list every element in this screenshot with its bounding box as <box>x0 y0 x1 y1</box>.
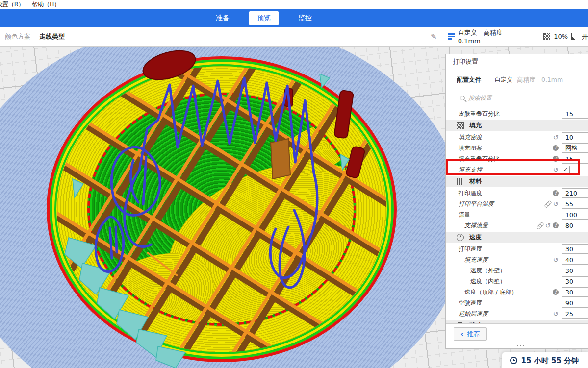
setting-label: 填充速度 <box>446 256 536 264</box>
color-scheme-label[interactable]: 颜色方案 <box>5 32 30 41</box>
setting-select[interactable]: 网格 <box>562 143 588 153</box>
setting-value-field[interactable]: 55 <box>562 199 588 209</box>
profile-summary-text: 自定义 - 高精度 - 0.1mm <box>458 28 525 45</box>
setting-value-field[interactable]: 25 <box>562 309 588 319</box>
info-icon: f <box>553 222 559 228</box>
print-settings-panel: 打印设置 配置文件 自定义 - 高精度 - 0.1mm 搜索设置 皮肤重叠百分比… <box>445 54 588 349</box>
search-placeholder: 搜索设置 <box>468 94 492 102</box>
setting-label: 打印速度 <box>446 245 536 253</box>
print-time-card[interactable]: 15 小时 55 分钟 <box>502 352 588 368</box>
setting-value-field[interactable]: 30 <box>562 266 588 275</box>
setting-value-field[interactable]: 80 <box>562 221 588 230</box>
setting-value-field[interactable]: 15 <box>562 109 588 119</box>
material-icon <box>457 178 464 185</box>
profile-label: 配置文件 <box>457 76 481 84</box>
setting-value-field[interactable]: 210 <box>562 188 588 198</box>
stage-bar: 准备 预览 监控 <box>0 9 588 27</box>
setting-label: 打印平台温度 <box>446 200 536 208</box>
setting-label: 皮肤重叠百分比 <box>446 110 536 118</box>
link-icon <box>535 221 545 230</box>
stage-tabs: 准备 预览 监控 <box>211 9 317 27</box>
setting-row: 起始层速度↺25 <box>446 308 588 319</box>
profile-row: 配置文件 自定义 - 高精度 - 0.1mm <box>446 69 588 90</box>
setting-row: 填充速度↺40 <box>446 254 588 265</box>
travel-icon <box>457 322 464 324</box>
search-input[interactable]: 搜索设置 <box>456 92 588 104</box>
setting-label: 流量 <box>446 211 536 219</box>
setting-value-field[interactable]: 15 <box>562 154 588 164</box>
info-icon: f <box>553 145 559 151</box>
tab-prepare[interactable]: 准备 <box>211 11 234 25</box>
setting-row: 速度（内壁）30 <box>446 276 588 287</box>
section-label: 材料 <box>469 177 482 186</box>
search-row: 搜索设置 <box>446 90 588 107</box>
setting-label: 速度（内壁） <box>446 277 536 286</box>
setting-row: 打印速度30 <box>446 244 588 254</box>
setting-row: 填充重叠百分比f15 <box>446 153 588 164</box>
infill-percent-text: 10% <box>554 33 568 40</box>
tab-monitor[interactable]: 监控 <box>293 11 317 25</box>
reset-icon[interactable]: ↺ <box>553 257 559 263</box>
setting-value-field[interactable]: 30 <box>562 287 588 297</box>
reset-icon[interactable]: ↺ <box>553 311 559 317</box>
reset-icon[interactable]: ↺ <box>553 201 559 207</box>
recommended-button[interactable]: ‹ 推荐 <box>454 327 487 341</box>
setting-value-field[interactable]: 90 <box>562 298 588 308</box>
line-type-dropdown[interactable]: 走线类型 <box>39 32 65 41</box>
infill-density-icon <box>543 33 550 40</box>
setting-label: 填充支撑 <box>446 166 536 174</box>
reset-icon[interactable]: ↺ <box>545 222 551 229</box>
adhesion-state-text: 开 <box>582 32 588 41</box>
tab-preview[interactable]: 预览 <box>249 11 279 25</box>
setting-label: 填充图案 <box>446 144 536 152</box>
setting-row: 填充密度↺10 <box>446 132 588 143</box>
section-header[interactable]: 材料 <box>446 176 588 187</box>
setting-checkbox[interactable]: ✓ <box>562 166 570 174</box>
setting-row: 支撑流量↺f80 <box>446 220 588 231</box>
panel-title: 打印设置 <box>446 54 588 69</box>
setting-label: 填充密度 <box>446 133 536 142</box>
setting-row: 流量100 <box>446 209 588 220</box>
setting-row: 填充支撑↺✓ <box>446 164 588 175</box>
speed-icon <box>457 234 464 241</box>
info-icon: f <box>553 289 559 295</box>
setting-label: 打印温度 <box>446 189 536 197</box>
setting-value-field[interactable]: 40 <box>562 255 588 265</box>
reset-icon[interactable]: ↺ <box>553 167 559 173</box>
search-icon <box>460 96 465 100</box>
setting-value-field[interactable]: 100 <box>562 210 588 220</box>
drag-dots-icon <box>517 345 524 346</box>
edit-pencil-icon[interactable]: ✎ <box>431 32 437 41</box>
setting-label: 空驶速度 <box>446 299 536 307</box>
reset-icon[interactable]: ↺ <box>553 134 559 141</box>
panel-resize-handle[interactable] <box>446 344 588 348</box>
setting-row: 速度（顶部 / 底部）f30 <box>446 287 588 297</box>
section-header[interactable]: 移动 <box>446 320 588 323</box>
link-icon <box>543 199 553 209</box>
setting-label: 支撑流量 <box>446 221 536 230</box>
setting-label: 速度（顶部 / 底部） <box>446 288 536 296</box>
setting-row: 填充图案f网格 <box>446 143 588 153</box>
print-time-text: 15 小时 55 分钟 <box>521 356 579 366</box>
setting-value-field[interactable]: 30 <box>562 276 588 286</box>
print-summary[interactable]: 自定义 - 高精度 - 0.1mm 10% 开 <box>448 28 588 45</box>
menu-settings[interactable]: 设置（R） <box>0 0 24 9</box>
info-icon: f <box>553 156 559 162</box>
setting-value-field[interactable]: 30 <box>562 244 588 254</box>
setting-row: 打印平台温度↺55 <box>446 198 588 209</box>
section-header[interactable]: 填充 <box>446 120 588 131</box>
profile-dropdown[interactable]: 自定义 - 高精度 - 0.1mm <box>489 73 588 87</box>
setting-value-field[interactable]: 10 <box>562 132 588 142</box>
section-header[interactable]: 速度 <box>446 232 588 243</box>
section-label: 速度 <box>469 233 482 242</box>
setting-row: 打印温度f210 <box>446 188 588 198</box>
menu-bar: 设置（R） 帮助（H） <box>0 0 588 9</box>
menu-help[interactable]: 帮助（H） <box>32 0 60 9</box>
section-label: 填充 <box>469 122 482 130</box>
settings-list: 皮肤重叠百分比15填充填充密度↺10填充图案f网格填充重叠百分比f15填充支撑↺… <box>446 107 588 323</box>
clock-icon <box>510 357 517 364</box>
setting-row: 速度（外壁）30 <box>446 265 588 276</box>
chevron-left-icon: ‹ <box>460 330 464 338</box>
info-icon: f <box>553 190 559 196</box>
setting-row: 空驶速度90 <box>446 297 588 308</box>
